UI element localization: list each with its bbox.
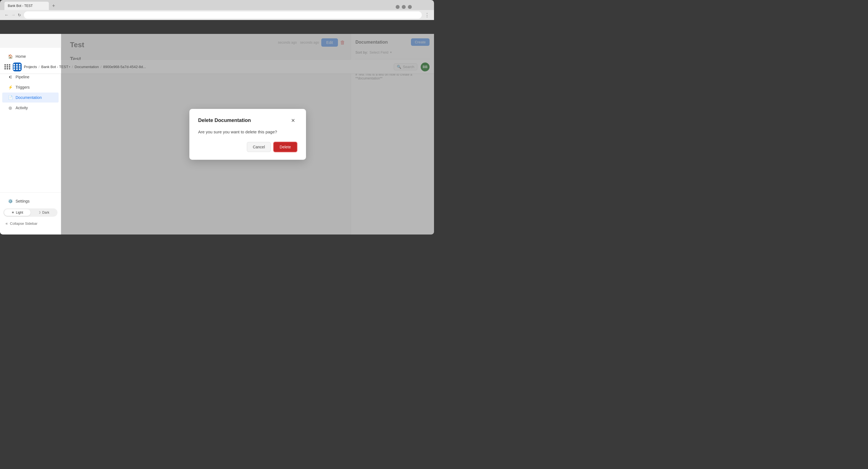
theme-toggle: ☀ Light ☽ Dark — [3, 208, 58, 217]
delete-modal: Delete Documentation ✕ Are you sure you … — [189, 109, 306, 160]
activity-icon: ◎ — [8, 105, 13, 110]
close-button[interactable] — [408, 5, 412, 9]
pipeline-icon: ⑆ — [8, 75, 13, 80]
theme-light-button[interactable]: ☀ Light — [4, 209, 31, 216]
doc-icon: 📄 — [8, 95, 13, 100]
breadcrumb-projects[interactable]: Projects — [24, 65, 37, 69]
new-tab-button[interactable]: + — [50, 2, 58, 10]
theme-dark-button[interactable]: ☽ Dark — [31, 209, 57, 216]
sidebar-item-activity[interactable]: ◎ Activity — [2, 103, 59, 113]
modal-body-text: Are you sure you want to delete this pag… — [198, 129, 277, 134]
app-logo — [13, 62, 22, 71]
back-button[interactable]: ← — [4, 12, 9, 18]
maximize-button[interactable] — [402, 5, 406, 9]
triggers-icon: ⚡ — [8, 85, 13, 90]
sidebar-item-documentation[interactable]: 📄 Documentation — [2, 92, 59, 102]
reload-button[interactable]: ↻ — [18, 13, 21, 17]
modal-title: Delete Documentation — [198, 118, 251, 123]
sidebar-item-triggers[interactable]: ⚡ Triggers — [2, 82, 59, 92]
grid-menu-icon[interactable] — [4, 64, 10, 69]
browser-tab[interactable]: Bank Bot - TEST — [4, 2, 49, 10]
sidebar-item-settings[interactable]: ⚙️ Settings — [2, 196, 59, 206]
cancel-button[interactable]: Cancel — [247, 142, 271, 152]
settings-icon: ⚙️ — [8, 199, 13, 204]
collapse-icon: « — [5, 221, 8, 226]
delete-button[interactable]: Delete — [274, 142, 297, 152]
modal-overlay: Delete Documentation ✕ Are you sure you … — [61, 34, 434, 235]
tab-label: Bank Bot - TEST — [8, 4, 33, 8]
minimize-button[interactable] — [396, 5, 400, 9]
sun-icon: ☀ — [11, 211, 14, 214]
browser-more-icon[interactable]: ⋮ — [425, 12, 430, 18]
collapse-sidebar-button[interactable]: « Collapse Sidebar — [0, 219, 61, 228]
moon-icon: ☽ — [38, 211, 41, 214]
forward-button[interactable]: → — [11, 12, 16, 18]
home-icon: 🏠 — [8, 54, 13, 59]
modal-close-button[interactable]: ✕ — [289, 117, 297, 124]
